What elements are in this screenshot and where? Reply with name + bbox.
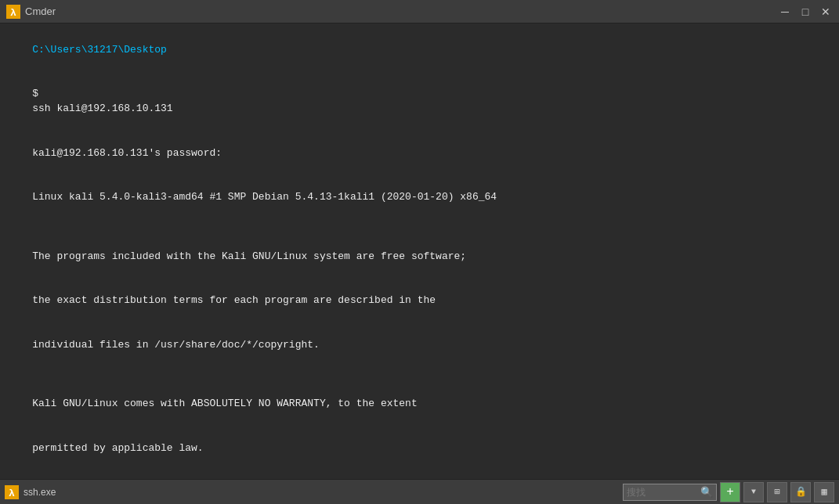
path-text: C:\Users\31217\Desktop (32, 44, 167, 56)
motd-3: individual files in /usr/share/doc/*/cop… (8, 323, 831, 368)
password-text: kali@192.168.10.131's password: (32, 147, 222, 159)
dollar-prompt: $ (32, 88, 45, 99)
status-process-label: ssh.exe (24, 487, 56, 498)
layout-icon: ▦ (821, 486, 826, 498)
lock-button[interactable]: 🔒 (790, 482, 811, 502)
titlebar-left: λ Cmder (6, 5, 56, 19)
svg-text:λ: λ (9, 488, 15, 499)
plus-icon: + (726, 485, 734, 499)
motd-5: permitted by applicable law. (8, 427, 831, 471)
last-login-line: Last login: Sat May 9 23:46:32 2020 from… (8, 470, 831, 479)
status-app-icon: λ (5, 485, 19, 499)
title-text: Cmder (25, 5, 56, 17)
titlebar: λ Cmder ─ □ ✕ (0, 0, 839, 23)
statusbar: λ ssh.exe 🔍 + ▼ ⊞ 🔒 ▦ (0, 479, 839, 504)
linux-info-text: Linux kali 5.4.0-kali3-amd64 #1 SMP Debi… (32, 191, 497, 203)
motd-4: Kali GNU/Linux comes with ABSOLUTELY NO … (8, 382, 831, 427)
layout-button[interactable]: ▦ (814, 482, 834, 502)
grid-button[interactable]: ⊞ (767, 482, 787, 502)
ssh-command-line: $ ssh kali@192.168.10.131 (8, 73, 831, 131)
maximize-button[interactable]: □ (798, 5, 812, 19)
blank-2 (8, 367, 831, 382)
path-line: C:\Users\31217\Desktop (8, 28, 831, 73)
ssh-command: ssh kali@192.168.10.131 (32, 103, 172, 114)
status-left: λ ssh.exe (5, 485, 56, 499)
minimize-button[interactable]: ─ (778, 5, 792, 19)
dropdown-button[interactable]: ▼ (743, 482, 764, 502)
close-button[interactable]: ✕ (819, 5, 833, 19)
grid-icon: ⊞ (774, 486, 779, 498)
add-button[interactable]: + (720, 482, 740, 502)
lock-icon: 🔒 (795, 486, 807, 498)
search-input[interactable] (627, 487, 697, 498)
password-line: kali@192.168.10.131's password: (8, 131, 831, 176)
motd-2: the exact distribution terms for each pr… (8, 279, 831, 323)
linux-info-line: Linux kali 5.4.0-kali3-amd64 #1 SMP Debi… (8, 175, 831, 220)
status-process: ssh.exe (24, 487, 56, 498)
motd-1: The programs included with the Kali GNU/… (8, 235, 831, 279)
dropdown-icon: ▼ (751, 488, 756, 496)
search-icon: 🔍 (700, 486, 713, 499)
titlebar-controls: ─ □ ✕ (778, 5, 833, 19)
app-icon: λ (6, 5, 20, 19)
search-box[interactable]: 🔍 (623, 484, 717, 501)
blank-1 (8, 220, 831, 235)
status-right: 🔍 + ▼ ⊞ 🔒 ▦ (623, 482, 834, 502)
terminal: C:\Users\31217\Desktop $ ssh kali@192.16… (0, 23, 839, 479)
svg-text:λ: λ (10, 7, 16, 19)
